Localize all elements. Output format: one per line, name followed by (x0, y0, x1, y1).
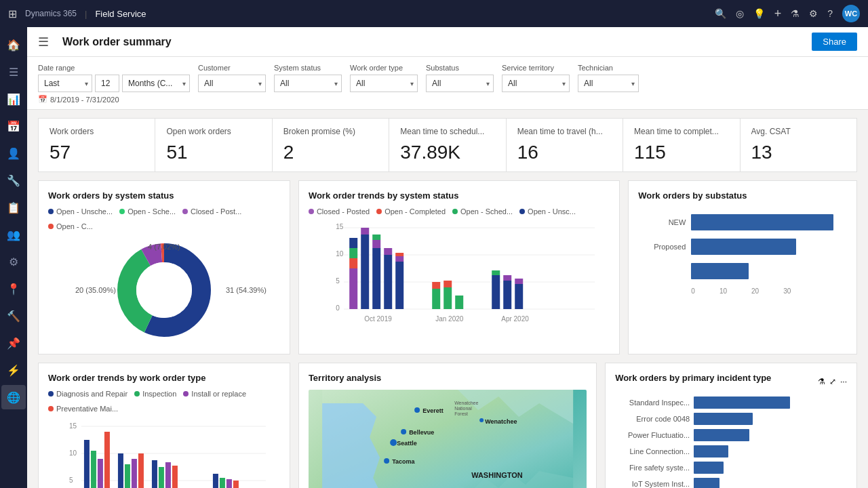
lightbulb-icon[interactable]: 💡 (753, 8, 765, 19)
legend-dot (119, 209, 125, 214)
svg-rect-18 (384, 248, 392, 255)
sidebar-icon-tools[interactable]: 🔧 (1, 168, 26, 192)
legend-item: Open - C... (48, 222, 93, 230)
svg-rect-16 (372, 235, 380, 240)
legend-dot (376, 209, 382, 214)
svg-rect-24 (443, 287, 452, 309)
kpi-label: Mean time to schedul... (400, 127, 494, 136)
search-icon[interactable]: 🔍 (715, 8, 726, 19)
incident-bar (694, 413, 753, 425)
svg-rect-55 (213, 474, 218, 488)
customer-select[interactable]: All (198, 75, 266, 92)
sidebar-icon-contacts[interactable]: 👤 (1, 141, 26, 165)
sidebar-icon-wrench[interactable]: 🔨 (1, 304, 26, 328)
substatus-filter: Substatus All (426, 64, 494, 92)
add-icon[interactable]: + (774, 7, 782, 21)
sidebar-icon-people[interactable]: 👥 (1, 222, 26, 247)
svg-rect-17 (384, 255, 392, 309)
svg-rect-57 (226, 479, 232, 488)
charts-area: Work orders by system status Open - Unsc… (27, 180, 868, 488)
filter-chart-icon[interactable]: ⚗ (818, 377, 825, 386)
incident-row: Line Connection... (615, 445, 847, 458)
legend-dot (48, 209, 54, 214)
more-chart-icon[interactable]: ··· (840, 377, 847, 386)
sidebar-icon-lightning[interactable]: ⚡ (1, 358, 26, 382)
left-sidebar: 🏠 ☰ 📊 📅 👤 🔧 📋 👥 ⚙ 📍 🔨 📌 ⚡ 🌐 (0, 27, 27, 488)
svg-point-62 (390, 439, 397, 446)
system-status-select[interactable]: All (274, 75, 342, 92)
kpi-card: Work orders 57 (38, 118, 155, 172)
kpi-cards-row: Work orders 57 Open work orders 51 Broke… (27, 110, 868, 180)
target-icon[interactable]: ◎ (736, 8, 744, 19)
chart-type-title: Work order trends by work order type (48, 373, 280, 383)
chart-status-legend: Open - Unsche...Open - Sche...Closed - P… (48, 207, 280, 230)
sidebar-icon-dashboard[interactable]: 📊 (1, 87, 26, 111)
sidebar-icon-settings[interactable]: ⚙ (1, 249, 26, 274)
share-button[interactable]: Share (812, 33, 857, 51)
svg-rect-49 (132, 459, 137, 488)
waffle-icon[interactable]: ⊞ (8, 7, 17, 20)
substatus-select[interactable]: All (426, 75, 494, 92)
sidebar-icon-map[interactable]: 📍 (1, 277, 26, 301)
svg-rect-56 (220, 478, 225, 488)
map-svg: Everett Bellevue Seattle Tacoma Wenatche… (309, 390, 587, 488)
filter-icon[interactable]: ⚗ (791, 8, 800, 19)
date-range-value: 8/1/2019 - 7/31/2020 (50, 96, 119, 104)
kpi-card: Broken promise (%) 2 (273, 118, 389, 172)
chart-incident-type: Work orders by primary incident type ⚗ ⤢… (605, 363, 857, 488)
technician-select[interactable]: All (578, 75, 639, 92)
sidebar-icon-pin[interactable]: 📌 (1, 331, 26, 355)
menu-toggle-button[interactable]: ☰ (38, 35, 49, 49)
sidebar-icon-orders[interactable]: 📋 (1, 195, 26, 220)
customer-dropdown-wrapper: All (198, 75, 266, 92)
date-unit-select[interactable]: Months (C... (122, 75, 190, 92)
kpi-card: Mean time to schedul... 37.89K (389, 118, 506, 172)
date-value-input[interactable] (95, 75, 119, 92)
legend-dot (452, 209, 458, 214)
date-last-dropdown-wrapper: Last (38, 75, 92, 92)
legend-item: Preventative Mai... (48, 405, 118, 413)
legend-label: Closed - Posted (317, 207, 370, 216)
sidebar-icon-home[interactable]: 🏠 (1, 33, 26, 57)
date-range-text: 📅 8/1/2019 - 7/31/2020 (38, 95, 857, 104)
service-territory-select[interactable]: All (502, 75, 570, 92)
donut-label-top: 4 (7.02%) (148, 243, 180, 251)
charts-row-1: Work orders by system status Open - Unsc… (38, 180, 857, 354)
svg-point-69 (479, 418, 484, 422)
kpi-label: Open work orders (166, 127, 260, 136)
substatus-label-new: NEW (638, 218, 686, 226)
svg-rect-11 (349, 238, 357, 248)
sidebar-icon-calendar[interactable]: 📅 (1, 114, 26, 138)
svg-rect-50 (138, 453, 144, 488)
svg-rect-29 (503, 281, 511, 309)
legend-label: Preventative Mai... (56, 405, 118, 413)
technician-dropdown-wrapper: All (578, 75, 639, 92)
incident-bar (694, 429, 749, 441)
calendar-icon: 📅 (38, 95, 47, 104)
work-order-type-select[interactable]: All (350, 75, 418, 92)
legend-label: Closed - Post... (191, 207, 241, 216)
technician-label: Technician (578, 64, 639, 72)
legend-label: Install or replace (191, 390, 246, 398)
svg-text:15: 15 (336, 223, 344, 230)
svg-text:10: 10 (69, 449, 77, 457)
svg-rect-13 (361, 228, 369, 235)
sidebar-icon-menu[interactable]: ☰ (1, 60, 26, 84)
service-territory-filter: Service territory All (502, 64, 570, 92)
legend-item: Open - Unsc... (519, 207, 576, 216)
filters-row: Date range Last Months (C... (38, 64, 857, 92)
settings-icon[interactable]: ⚙ (809, 8, 818, 19)
avatar[interactable]: WC (842, 5, 860, 22)
svg-rect-30 (503, 275, 511, 281)
svg-text:Bellevue: Bellevue (409, 429, 434, 436)
svg-text:0: 0 (336, 304, 340, 312)
svg-rect-14 (372, 248, 380, 309)
expand-chart-icon[interactable]: ⤢ (829, 377, 836, 386)
filters-bar: Date range Last Months (C... (27, 57, 868, 110)
svg-rect-43 (84, 440, 90, 488)
trends-chart-svg: 15 10 5 0 (309, 221, 610, 329)
date-last-select[interactable]: Last (38, 75, 92, 92)
help-icon[interactable]: ? (827, 8, 833, 19)
sidebar-icon-globe[interactable]: 🌐 (1, 385, 26, 409)
customer-label: Customer (198, 64, 266, 72)
